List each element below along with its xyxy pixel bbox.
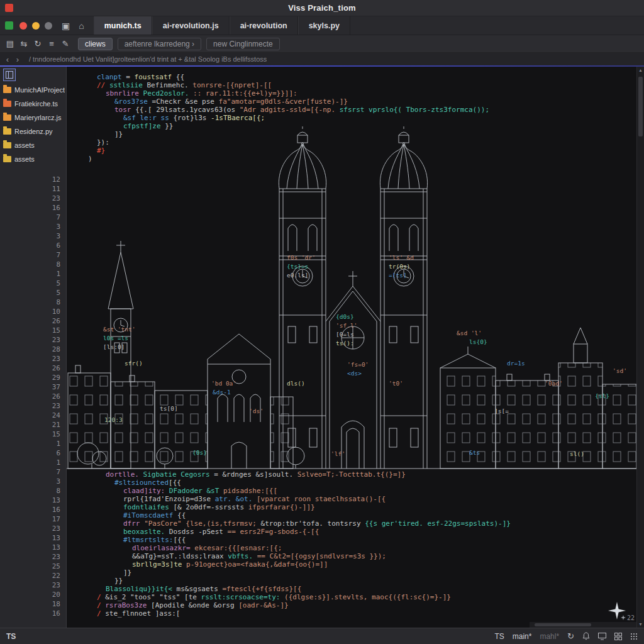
edit-icon[interactable]: ✎ — [59, 38, 72, 50]
stop-icon[interactable]: ▣ — [62, 21, 70, 31]
file-label: assets — [14, 155, 35, 163]
swap-icon[interactable]: ⇆ — [18, 38, 30, 50]
line-number: 6 — [0, 241, 60, 250]
horizontal-scrollbar-thumb[interactable] — [535, 623, 591, 626]
scroll-down-icon[interactable]: ▼ — [637, 622, 644, 626]
folder-icon — [3, 87, 11, 93]
explorer-icon[interactable] — [3, 69, 16, 81]
folder-icon — [3, 101, 11, 107]
line-number: 7 — [0, 250, 60, 260]
bell-icon[interactable] — [582, 632, 590, 640]
code-line: claad]ity: DFadoder &sT pidsadshe:[{[ — [88, 487, 511, 495]
status-item[interactable]: mahl* — [540, 632, 559, 641]
file-item[interactable]: Marieryrlarcz.js — [0, 111, 66, 125]
tab-munich.ts[interactable]: munich.ts — [94, 16, 152, 35]
screen-icon[interactable] — [598, 633, 606, 640]
code-line: ) — [88, 155, 489, 163]
tab-ai-revolution.js[interactable]: ai-revolution.js — [152, 16, 230, 35]
main-area: MunichAIProjectFratiekirche.tsMarieryrla… — [0, 67, 644, 628]
file-list: MunichAIProjectFratiekirche.tsMarieryrla… — [0, 83, 66, 166]
code-line: &sf le:r ss {rot}l3s -1sTBaerca[{; — [88, 114, 489, 122]
line-number: 5 — [0, 288, 60, 297]
file-item[interactable]: assets — [0, 152, 66, 166]
status-item[interactable]: main* — [513, 632, 532, 641]
scroll-position-label: 22 — [627, 614, 635, 621]
line-number: 3 — [0, 231, 60, 241]
line-number: 25 — [0, 562, 60, 571]
folder-icon — [3, 114, 11, 121]
line-number: 23 — [0, 354, 60, 364]
tab-bar: ▣ ⌂ munich.tsai-revolution.jsai-revoluti… — [0, 16, 644, 35]
line-number: 1 — [0, 458, 60, 467]
vertical-scrollbar[interactable]: ▲ ▼ — [636, 67, 644, 628]
back-icon[interactable]: ‹ — [3, 55, 13, 64]
window-title: Viss Praich_tiom — [288, 3, 356, 13]
line-number: 24 — [0, 411, 60, 420]
code-line: dloeirlasazkr= ekcesar:{{[esnasr:[{; — [88, 544, 511, 552]
status-right-text: TSmain*mahl* — [494, 632, 559, 641]
tab-skyls.py[interactable]: skyls.py — [298, 16, 350, 35]
code-line: }): — [88, 138, 489, 147]
grid-icon[interactable] — [614, 633, 622, 640]
title-bar: Viss Praich_tiom — [0, 0, 644, 16]
line-number: 3 — [0, 222, 60, 231]
file-label: assets — [14, 142, 35, 149]
line-number: 23 — [0, 194, 60, 203]
editor[interactable]: &st 'tnt'l0s =ls[ls:0]sfr()'bd 0a'&ds-1f… — [67, 67, 644, 628]
code-line: &ros3?se =Checkr &se pse fa"amotar=g0dls… — [88, 97, 489, 106]
code-line: / rsraBos3ze [Apodile &onde &orsg [oadr-… — [88, 601, 511, 609]
toolbar-button[interactable]: cliews — [78, 38, 113, 50]
dots-grid-icon[interactable] — [630, 633, 638, 640]
home-icon[interactable]: ⌂ — [79, 21, 84, 31]
line-number: 23 — [0, 580, 60, 590]
line-number: 8 — [0, 260, 60, 269]
red-dot-icon — [5, 4, 13, 12]
code-bottom: dortlle. Sigbatie Cegosrs = &rdnges &s]s… — [88, 470, 511, 618]
maximize-traffic-light-icon[interactable] — [45, 22, 52, 30]
close-traffic-light-icon[interactable] — [19, 22, 27, 30]
file-label: MunichAIProject — [14, 86, 65, 94]
line-number: 5 — [0, 279, 60, 288]
code-line: clanpt = foustsatf {{ — [88, 73, 489, 81]
line-number: 22 — [0, 571, 60, 580]
panel-icon[interactable]: ▤ — [4, 38, 16, 50]
line-number: 17 — [0, 514, 60, 524]
history-icon[interactable]: ↻ — [31, 38, 44, 50]
sidebar: MunichAIProjectFratiekirche.tsMarieryrla… — [0, 67, 67, 628]
file-label: Fratiekirche.ts — [14, 100, 58, 108]
scroll-up-icon[interactable]: ▲ — [637, 68, 644, 72]
code-line: #} — [88, 147, 489, 155]
scrollbar-thumb[interactable] — [638, 77, 643, 136]
line-number: 37 — [0, 382, 60, 392]
forward-icon[interactable]: › — [13, 55, 23, 64]
file-item[interactable]: Residenz.py — [0, 125, 66, 138]
sync-icon[interactable]: ↻ — [567, 631, 574, 641]
tab-ai-revolution[interactable]: ai-revolution — [230, 16, 298, 35]
line-number: 15 — [0, 326, 60, 335]
list-icon[interactable]: ≡ — [45, 38, 58, 50]
code-line: &&aTg}=ssT.:ldss;lraax vbfts. == C&t2=[{… — [88, 552, 511, 560]
code-line: cfpstf]ze }} — [88, 122, 489, 130]
line-number: 3 — [0, 477, 60, 486]
file-item[interactable]: MunichAIProject — [0, 83, 66, 97]
toolbar-button[interactable]: aeftenre lkarredeng › — [118, 38, 201, 50]
horizontal-scrollbar[interactable] — [530, 622, 636, 628]
line-number: 6 — [0, 448, 60, 458]
minimize-traffic-light-icon[interactable] — [32, 22, 40, 30]
file-item[interactable]: Fratiekirche.ts — [0, 97, 66, 111]
code-line: tosr {{.[ 29lsats.1ycavs63(os "Adr adgit… — [88, 106, 489, 114]
status-item[interactable]: TS — [494, 632, 504, 641]
code-line: fodntlaifes [& 2o0df=-ssrssts ifpsrfarar… — [88, 503, 511, 511]
line-numbers: 1211231673367815581026152328232629372623… — [0, 175, 66, 618]
breadcrumb-bar: ‹ › / tnndoreelondhd Uet Vanlit]grolteen… — [0, 53, 644, 65]
code-line: / &is_2 "toos" "tss" [te rsslt:scrsoacse… — [88, 593, 511, 601]
line-number: 12 — [0, 175, 60, 184]
line-number: 16 — [0, 203, 60, 213]
code-line: dortlle. Sigbatie Cegosrs = &rdnges &s]s… — [88, 470, 511, 479]
toolbar-button[interactable]: new Cinglinmecte — [206, 38, 280, 50]
file-item[interactable]: assets — [0, 138, 66, 152]
folder-icon — [3, 142, 11, 148]
code-line: sbrllg=3s]te p-91ogect}oa=<faaka{,&daf={… — [88, 560, 511, 569]
code-line: beoxaslte. Dosdss -pSest == esrs2F=g-sbo… — [88, 528, 511, 536]
language-mode-label[interactable]: TS — [6, 632, 16, 641]
